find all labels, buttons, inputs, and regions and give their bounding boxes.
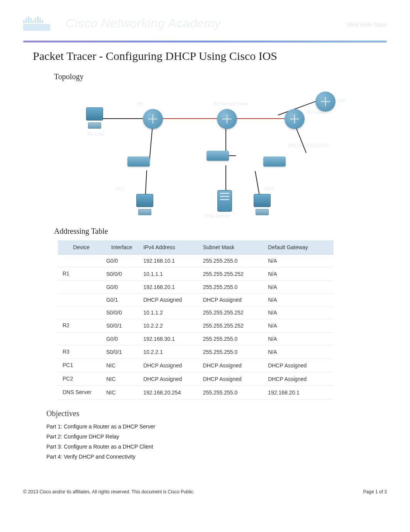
cisco-logo: [23, 12, 54, 35]
objectives-list: Part 1: Configure a Router as a DHCP Ser…: [46, 422, 377, 462]
table-cell: 255.255.255.0: [200, 255, 266, 267]
table-cell: G0/0: [103, 281, 140, 294]
footer-copyright: © 2013 Cisco and/or its affiliates. All …: [23, 489, 195, 495]
table-row: DNS ServerNIC192.168.20.254255.255.255.0…: [58, 386, 334, 399]
table-cell: N/A: [266, 281, 334, 294]
table-cell: PC1: [58, 359, 103, 372]
table-cell: G0/0: [103, 255, 140, 267]
table-header-row: Device Interface IPv4 Address Subnet Mas…: [58, 240, 334, 255]
table-cell: R3: [58, 345, 103, 359]
table-cell: G0/1: [103, 294, 140, 306]
label-r3: R3: [286, 121, 291, 127]
table-row: G0/0192.168.30.1255.255.255.0N/A: [58, 333, 334, 345]
header-divider: [23, 41, 387, 42]
header-brand: Cisco Networking Academy: [66, 16, 221, 31]
table-cell: DHCP Assigned: [266, 372, 334, 386]
list-item: Part 3: Configure a Router as a DHCP Cli…: [46, 442, 377, 452]
label-ip-isp: 209.165.200.225/27: [288, 143, 329, 148]
table-cell: G0/0: [103, 333, 140, 345]
dns-server-icon: [217, 190, 232, 212]
objectives-heading: Objectives: [46, 409, 377, 418]
table-cell: 10.2.2.2: [140, 319, 200, 333]
table-cell: N/A: [266, 255, 334, 267]
table-cell: R1: [58, 267, 103, 281]
table-cell: N/A: [266, 306, 334, 319]
table-cell: DNS Server: [58, 386, 103, 399]
label-pc1: PC1: [116, 186, 125, 192]
router-r2-icon: [217, 109, 237, 129]
table-cell: 192.168.30.1: [140, 333, 200, 345]
table-cell: DHCP Assigned: [200, 294, 266, 306]
table-row: G0/0192.168.10.1255.255.255.0N/A: [58, 255, 334, 267]
table-row: R3S0/0/110.2.2.1255.255.255.0N/A: [58, 345, 334, 359]
label-r3lan: R3 LAN: [307, 110, 324, 115]
table-cell: DHCP Assigned: [200, 359, 266, 372]
table-cell: 192.168.20.254: [140, 386, 200, 399]
pc-r1lan-icon: [86, 107, 103, 130]
table-cell: 10.1.1.1: [140, 267, 200, 281]
table-cell: [58, 333, 103, 345]
header-tagline: Mind Wide Open: [347, 22, 387, 28]
table-row: G0/1DHCP AssignedDHCP AssignedN/A: [58, 294, 334, 306]
table-cell: DHCP Assigned: [266, 359, 334, 372]
table-cell: 255.255.255.252: [200, 306, 266, 319]
table-cell: 192.168.20.1: [140, 281, 200, 294]
table-cell: S0/0/1: [103, 345, 140, 359]
table-cell: 255.255.255.0: [200, 333, 266, 345]
table-cell: S0/0/1: [103, 319, 140, 333]
table-cell: 255.255.255.252: [200, 319, 266, 333]
switch-1-icon: [127, 156, 150, 167]
table-row: S0/0/010.1.1.2255.255.255.252N/A: [58, 306, 334, 319]
table-row: PC1NICDHCP AssignedDHCP AssignedDHCP Ass…: [58, 359, 334, 372]
table-cell: PC2: [58, 372, 103, 386]
table-cell: 255.255.255.0: [200, 281, 266, 294]
router-r1-icon: [143, 109, 163, 129]
table-cell: 10.2.2.1: [140, 345, 200, 359]
label-isp: ISP: [338, 98, 345, 104]
label-r1lan: R1 LAN: [88, 131, 104, 137]
router-isp-icon: [315, 92, 335, 112]
table-cell: NIC: [103, 359, 140, 372]
table-cell: 10.1.1.2: [140, 306, 200, 319]
table-row: PC2NICDHCP AssignedDHCP AssignedDHCP Ass…: [58, 372, 334, 386]
col-mask: Subnet Mask: [200, 240, 266, 255]
table-cell: [58, 306, 103, 319]
table-cell: N/A: [266, 345, 334, 359]
table-cell: S0/0/0: [103, 306, 140, 319]
table-cell: [58, 255, 103, 267]
topology-diagram: R1 LAN R1 R2 Server Farm R3 R3 LAN ISP 2…: [71, 86, 357, 219]
topology-heading: Topology: [54, 72, 377, 81]
list-item: Part 4: Verify DHCP and Connectivity: [46, 452, 377, 462]
addressing-heading: Addressing Table: [54, 227, 377, 236]
table-cell: 255.255.255.0: [200, 345, 266, 359]
table-cell: 255.255.255.252: [200, 267, 266, 281]
col-ip: IPv4 Address: [140, 240, 200, 255]
table-row: R2S0/0/110.2.2.2255.255.255.252N/A: [58, 319, 334, 333]
label-dns: DNS Server: [205, 213, 230, 219]
addressing-table: Device Interface IPv4 Address Subnet Mas…: [58, 240, 334, 399]
table-cell: DHCP Assigned: [140, 294, 200, 306]
table-cell: DHCP Assigned: [140, 359, 200, 372]
list-item: Part 1: Configure a Router as a DHCP Ser…: [46, 422, 377, 432]
table-cell: DHCP Assigned: [200, 372, 266, 386]
table-row: G0/0192.168.20.1255.255.255.0N/A: [58, 281, 334, 294]
label-pc2: PC2: [264, 186, 273, 192]
table-cell: NIC: [103, 386, 140, 399]
table-cell: [58, 281, 103, 294]
footer-page: Page 1 of 3: [363, 489, 387, 495]
col-interface: Interface: [103, 240, 140, 255]
switch-2-icon: [207, 151, 229, 161]
table-cell: N/A: [266, 333, 334, 345]
table-cell: R2: [58, 319, 103, 333]
pc1-icon: [136, 194, 153, 216]
table-cell: 192.168.10.1: [140, 255, 200, 267]
col-device: Device: [58, 240, 103, 255]
table-cell: [58, 294, 103, 306]
table-cell: 255.255.255.0: [200, 386, 266, 399]
switch-3-icon: [263, 156, 286, 167]
pc2-icon: [254, 194, 271, 216]
list-item: Part 2: Configure DHCP Relay: [46, 432, 377, 442]
table-cell: N/A: [266, 319, 334, 333]
label-r1: R1: [137, 101, 143, 107]
table-row: R1S0/0/010.1.1.1255.255.255.252N/A: [58, 267, 334, 281]
